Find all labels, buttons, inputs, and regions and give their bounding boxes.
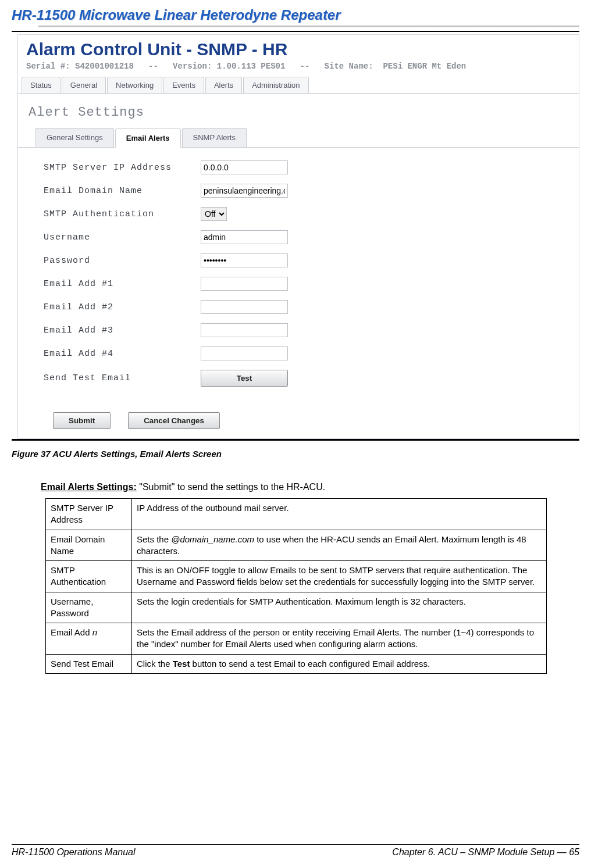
- table-row: Email Domain Name Sets the @domain_name.…: [46, 530, 547, 561]
- document-title: HR-11500 Microwave Linear Heterodyne Rep…: [12, 7, 579, 23]
- setting-desc: Click the Test button to send a test Ema…: [132, 654, 547, 673]
- desc-strong: Test: [173, 659, 190, 669]
- send-test-label: Send Test Email: [44, 373, 201, 383]
- desc-text: Click the: [137, 659, 173, 669]
- footer-left: HR-11500 Operations Manual: [12, 847, 136, 858]
- sub-tab-row: General Settings Email Alerts SNMP Alert…: [18, 128, 579, 148]
- email-alerts-form: SMTP Server IP Address Email Domain Name…: [18, 148, 579, 405]
- cancel-button[interactable]: Cancel Changes: [128, 412, 220, 429]
- tab-alerts[interactable]: Alerts: [205, 77, 242, 93]
- email1-label: Email Add #1: [44, 279, 201, 289]
- settings-intro-rest: "Submit" to send the settings to the HR-…: [137, 482, 325, 492]
- domain-label: Email Domain Name: [44, 186, 201, 196]
- setting-desc: This is an ON/OFF toggle to allow Emails…: [132, 561, 547, 592]
- email2-label: Email Add #2: [44, 302, 201, 312]
- setting-desc: Sets the @domain_name.com to use when th…: [132, 530, 547, 561]
- table-row: Send Test Email Click the Test button to…: [46, 654, 547, 673]
- smtp-ip-input[interactable]: [201, 160, 288, 174]
- acu-header-title: Alarm Control Unit - SNMP - HR: [18, 35, 579, 60]
- password-label: Password: [44, 256, 201, 266]
- acu-screenshot: Alarm Control Unit - SNMP - HR Serial #:…: [17, 34, 579, 439]
- table-row: SMTP Server IP Address IP Address of the…: [46, 499, 547, 530]
- subtab-email-alerts[interactable]: Email Alerts: [115, 128, 181, 148]
- alert-settings-title: Alert Settings: [18, 94, 579, 128]
- subtab-general-settings[interactable]: General Settings: [35, 128, 114, 147]
- username-label: Username: [44, 233, 201, 242]
- password-input[interactable]: [201, 253, 288, 267]
- version-value: 1.00.113 PES01: [217, 62, 286, 71]
- setting-desc: IP Address of the outbound mail server.: [132, 499, 547, 530]
- email2-input[interactable]: [201, 300, 288, 314]
- submit-button[interactable]: Submit: [53, 412, 111, 429]
- setting-name: Email Domain Name: [46, 530, 132, 561]
- tab-events[interactable]: Events: [163, 77, 204, 93]
- form-button-row: Submit Cancel Changes: [18, 405, 579, 438]
- table-row: Email Add n Sets the Email address of th…: [46, 623, 547, 655]
- tab-general[interactable]: General: [62, 77, 106, 93]
- serial-value: S42001001218: [75, 62, 134, 71]
- email4-input[interactable]: [201, 347, 288, 360]
- page-footer: HR-11500 Operations Manual Chapter 6. AC…: [12, 844, 579, 858]
- settings-intro-lead: Email Alerts Settings:: [41, 482, 137, 492]
- acu-meta-line: Serial #: S42001001218 -- Version: 1.00.…: [18, 60, 579, 77]
- desc-em: @domain_name.com: [171, 534, 254, 544]
- email3-input[interactable]: [201, 323, 288, 337]
- title-underline: [38, 26, 579, 27]
- tab-administration[interactable]: Administration: [243, 77, 308, 93]
- subtab-snmp-alerts[interactable]: SNMP Alerts: [182, 128, 247, 147]
- setting-name: SMTP Server IP Address: [46, 499, 132, 530]
- setting-name: Username, Password: [46, 592, 132, 623]
- meta-sep2: --: [300, 62, 310, 71]
- tab-status[interactable]: Status: [22, 77, 60, 93]
- smtp-ip-label: SMTP Server IP Address: [44, 163, 201, 173]
- site-value: PESi ENGR Mt Eden: [383, 62, 466, 71]
- desc-text: Sets the: [137, 534, 171, 544]
- site-label: Site Name:: [325, 62, 373, 71]
- test-button[interactable]: Test: [201, 370, 288, 387]
- setting-desc: Sets the Email address of the person or …: [132, 623, 547, 655]
- username-input[interactable]: [201, 230, 288, 244]
- version-label: Version:: [173, 62, 212, 71]
- email1-input[interactable]: [201, 277, 288, 291]
- setting-name: Send Test Email: [46, 654, 132, 673]
- main-tab-row: Status General Networking Events Alerts …: [18, 77, 579, 94]
- email4-label: Email Add #4: [44, 349, 201, 359]
- table-row: Username, Password Sets the login creden…: [46, 592, 547, 623]
- tab-networking[interactable]: Networking: [107, 77, 162, 93]
- smtp-auth-select[interactable]: Off: [201, 207, 227, 221]
- settings-intro: Email Alerts Settings: "Submit" to send …: [41, 482, 579, 492]
- screenshot-frame: Alarm Control Unit - SNMP - HR Serial #:…: [12, 31, 579, 441]
- desc-text: button to send a test Email to each conf…: [190, 659, 430, 669]
- email3-label: Email Add #3: [44, 326, 201, 335]
- footer-right: Chapter 6. ACU – SNMP Module Setup — 65: [392, 847, 579, 858]
- serial-label: Serial #:: [26, 62, 70, 71]
- setting-name: SMTP Authentication: [46, 561, 132, 592]
- table-row: SMTP Authentication This is an ON/OFF to…: [46, 561, 547, 592]
- domain-input[interactable]: [201, 184, 288, 198]
- setting-name: Email Add n: [46, 623, 132, 655]
- name-text: Email Add: [51, 627, 92, 637]
- settings-table: SMTP Server IP Address IP Address of the…: [45, 498, 547, 674]
- smtp-auth-label: SMTP Authentication: [44, 209, 201, 219]
- meta-sep1: --: [148, 62, 158, 71]
- setting-desc: Sets the login credentials for SMTP Auth…: [132, 592, 547, 623]
- figure-caption: Figure 37 ACU Alerts Settings, Email Ale…: [12, 449, 579, 459]
- name-em: n: [92, 627, 97, 637]
